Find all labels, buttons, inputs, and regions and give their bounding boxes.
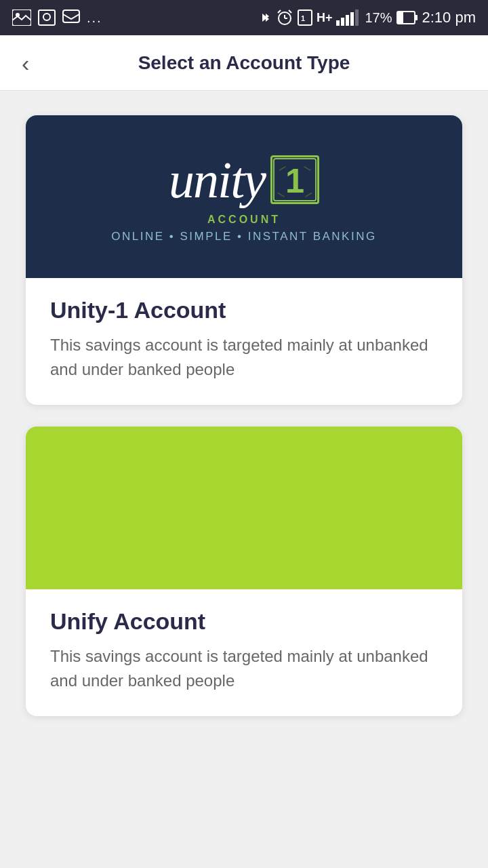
alarm-icon <box>276 9 293 26</box>
svg-rect-15 <box>350 12 354 26</box>
unity1-card-body: Unity-1 Account This savings account is … <box>26 278 462 405</box>
svg-point-3 <box>43 14 50 20</box>
svg-line-23 <box>279 167 286 171</box>
message-icon <box>62 9 80 26</box>
svg-rect-14 <box>346 15 349 26</box>
unity1-account-label: ACCOUNT <box>207 214 281 226</box>
unity1-card-title: Unity-1 Account <box>50 297 438 323</box>
unify-card-body: Unify Account This savings account is ta… <box>26 589 462 716</box>
unity1-number-box: 1 <box>270 155 319 204</box>
photo-icon <box>38 9 56 26</box>
network-type: H+ <box>317 11 333 25</box>
page-title: Select an Account Type <box>138 52 350 74</box>
svg-line-9 <box>289 10 291 13</box>
svg-rect-13 <box>341 18 344 26</box>
battery-icon <box>396 11 418 24</box>
unity1-account-card[interactable]: unity 1 <box>26 115 462 405</box>
unify-card-desc: This savings account is targeted mainly … <box>50 644 438 693</box>
top-nav: ‹ Select an Account Type <box>0 35 488 91</box>
unity1-tagline: ONLINE • SIMPLE • INSTANT BANKING <box>111 230 376 243</box>
unify-card-title: Unify Account <box>50 608 438 635</box>
status-bar-right: 1 H+ 17% 2:10 pm <box>260 9 476 26</box>
main-content: unity 1 <box>0 91 488 741</box>
unity1-number-svg: 1 <box>272 157 317 203</box>
sim-icon: 1 <box>298 9 312 26</box>
more-dots: ... <box>87 10 102 26</box>
status-time: 2:10 pm <box>422 9 476 26</box>
svg-line-25 <box>278 193 285 197</box>
unity1-logo-wrapper: unity 1 <box>111 151 376 243</box>
svg-rect-18 <box>399 13 403 22</box>
svg-rect-16 <box>355 9 359 26</box>
svg-line-8 <box>278 10 281 13</box>
gallery-icon <box>12 9 31 26</box>
unity1-card-desc: This savings account is targeted mainly … <box>50 333 438 382</box>
bluetooth-icon <box>260 9 272 26</box>
unity1-card-header: unity 1 <box>26 115 462 278</box>
svg-rect-12 <box>336 20 340 26</box>
unity1-logo-row: unity 1 <box>169 151 319 210</box>
svg-line-24 <box>304 167 311 171</box>
svg-rect-2 <box>39 10 55 25</box>
signal-bars-icon <box>336 9 361 26</box>
svg-rect-19 <box>415 15 418 20</box>
status-bar-left: ... <box>12 9 102 26</box>
svg-text:1: 1 <box>301 14 305 22</box>
unify-card-header <box>26 427 462 589</box>
unify-account-card[interactable]: Unify Account This savings account is ta… <box>26 427 462 716</box>
unity1-text-part: unity <box>169 151 265 210</box>
status-bar: ... 1 H+ 17% 2:10 pm <box>0 0 488 35</box>
svg-line-26 <box>306 193 312 197</box>
svg-text:1: 1 <box>285 161 304 200</box>
back-button[interactable]: ‹ <box>16 46 35 80</box>
battery-percent: 17% <box>365 10 392 26</box>
